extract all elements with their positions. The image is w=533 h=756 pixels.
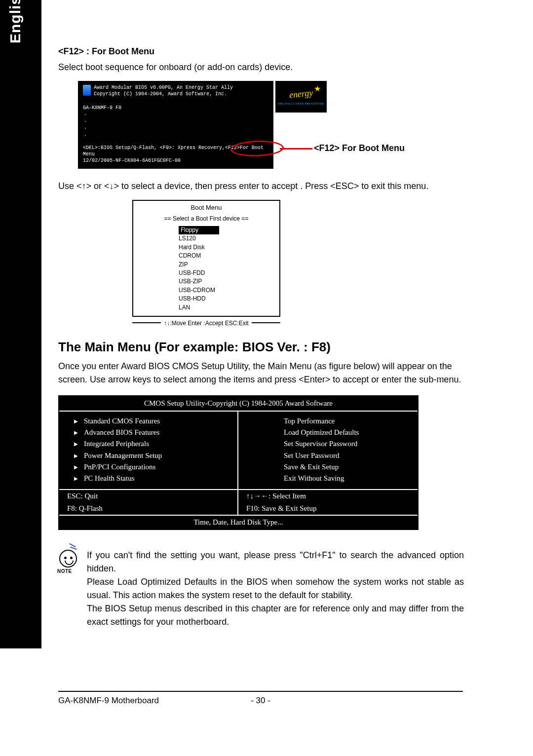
triangle-icon: ▶ (74, 417, 78, 425)
cmos-main-menu: CMOS Setup Utility-Copyright (C) 1984-20… (58, 395, 419, 530)
cmos-left-column: ▶Standard CMOS Features ▶Advanced BIOS F… (59, 412, 238, 490)
boot-item[interactable]: CDROM (179, 252, 201, 259)
cmos-nav-row1: ESC: Quit ↑↓→←: Select Item (59, 489, 418, 502)
cmos-help-line: Time, Date, Hard Disk Type... (59, 515, 418, 529)
cmos-title: CMOS Setup Utility-Copyright (C) 1984-20… (59, 396, 418, 412)
cmos-item[interactable]: Set User Password (253, 450, 410, 461)
page-content: <F12> : For Boot Menu Select boot sequen… (58, 46, 463, 629)
boot-instruction: Use <↑> or <↓> to select a device, then … (58, 180, 463, 193)
cmos-item-label: Integrated Peripherals (84, 438, 149, 450)
bios-line1: Award Modular BIOS v6.00PG, An Energy St… (94, 84, 233, 91)
cmos-item[interactable]: Exit Without Saving (253, 473, 410, 484)
callout-line (280, 148, 312, 150)
energy-script: energy (289, 87, 313, 100)
award-logo-icon (83, 85, 91, 96)
cmos-item-label: Power Management Setup (84, 450, 162, 461)
main-menu-heading: The Main Menu (For example: BIOS Ver. : … (58, 340, 463, 355)
boot-menu-title: Boot Menu (133, 201, 279, 214)
bios-post-figure: Award Modular BIOS v6.00PG, An Energy St… (78, 81, 453, 175)
language-label: English (7, 0, 24, 43)
cmos-nav-esc: ESC: Quit (59, 490, 238, 502)
cmos-item[interactable]: ▶Integrated Peripherals (74, 438, 229, 450)
cmos-item-label: Advanced BIOS Features (84, 427, 159, 438)
footer-right (290, 696, 463, 706)
boot-item[interactable]: LAN (179, 304, 190, 311)
note-label: NOTE (57, 568, 72, 574)
cmos-item[interactable]: Top Performance (253, 416, 410, 427)
boot-item[interactable]: LS120 (179, 235, 196, 242)
boot-item-selected[interactable]: Floppy (179, 226, 219, 234)
smiley-icon (59, 550, 77, 567)
cmos-item[interactable]: ▶PC Health Status (74, 473, 229, 484)
triangle-icon: ▶ (74, 452, 78, 460)
cmos-item[interactable]: ▶Standard CMOS Features (74, 416, 229, 427)
cmos-nav-f8: F8: Q-Flash (59, 502, 238, 515)
cmos-nav-f10: F10: Save & Exit Setup (238, 502, 418, 515)
cmos-nav-row2: F8: Q-Flash F10: Save & Exit Setup (59, 502, 418, 515)
boot-item[interactable]: USB-HDD (179, 295, 206, 302)
footer-left: GA-K8NMF-9 Motherboard (58, 696, 231, 706)
cmos-item-label: Set Supervisor Password (284, 438, 357, 450)
triangle-icon: ▶ (74, 475, 78, 483)
cmos-item-label: PC Health Status (84, 473, 135, 484)
boot-item[interactable]: Hard Disk (179, 244, 205, 251)
note-block: NOTE If you can't find the setting you w… (58, 549, 464, 629)
bios-header-text: Award Modular BIOS v6.00PG, An Energy St… (94, 84, 233, 97)
bios-foot2: 12/02/2005-NF-CK804-6A61FGC0FC-00 (83, 158, 181, 163)
cmos-item-label: Standard CMOS Features (84, 416, 160, 427)
note-p2: Please Load Optimized Defaults in the BI… (87, 577, 464, 600)
page-footer: GA-K8NMF-9 Motherboard - 30 - (58, 691, 463, 706)
callout-text: <F12> For Boot Menu (314, 143, 405, 153)
cmos-item-label: Exit Without Saving (284, 473, 344, 484)
boot-item[interactable]: ZIP (179, 261, 188, 268)
note-text: If you can't find the setting you want, … (87, 549, 464, 629)
note-p1: If you can't find the setting you want, … (87, 550, 464, 573)
cmos-item-label: Load Optimized Defaults (284, 427, 359, 438)
bios-foot1a: <DEL>:BIOS Setup/Q-Flash, <F9>: Xpress R… (83, 145, 225, 151)
bios-dots: .... (84, 111, 87, 138)
cmos-item[interactable]: Save & Exit Setup (253, 461, 410, 473)
note-p3: The BIOS Setup menus described in this c… (87, 604, 464, 627)
cmos-item-label: Top Performance (284, 416, 335, 427)
side-language-bar: English (0, 0, 41, 648)
f12-heading: <F12> : For Boot Menu (58, 46, 463, 57)
cmos-item-label: Save & Exit Setup (284, 461, 339, 473)
triangle-icon: ▶ (74, 429, 78, 437)
boot-item[interactable]: USB-ZIP (179, 278, 202, 285)
boot-menu-subtitle: == Select a Boot First device == (133, 214, 279, 226)
boot-menu-list: Floppy LS120 Hard Disk CDROM ZIP USB-FDD… (133, 226, 279, 316)
triangle-icon: ▶ (74, 463, 78, 471)
cmos-item[interactable]: ▶PnP/PCI Configurations (74, 461, 229, 473)
cmos-item[interactable]: ▶Power Management Setup (74, 450, 229, 461)
energy-sub: EPA POLLUTION PREVENTER (278, 102, 324, 105)
cmos-nav-arrows: ↑↓→←: Select Item (238, 490, 418, 502)
energy-star-logo: ★ energy EPA POLLUTION PREVENTER (275, 81, 327, 113)
cmos-item[interactable]: Set Supervisor Password (253, 438, 410, 450)
boot-menu-figure: Boot Menu == Select a Boot First device … (132, 200, 280, 328)
boot-item[interactable]: USB-FDD (179, 269, 205, 276)
f12-desc: Select boot sequence for onboard (or add… (58, 61, 463, 74)
cmos-right-column: Top Performance Load Optimized Defaults … (238, 412, 418, 490)
bios-line2: Copyright (C) 1984-2004, Award Software,… (94, 91, 233, 97)
note-icon: NOTE (58, 549, 87, 629)
boot-item[interactable]: USB-CDROM (179, 287, 215, 294)
cmos-item[interactable]: Load Optimized Defaults (253, 427, 410, 438)
star-icon: ★ (314, 84, 321, 93)
boot-menu-footer: ↑↓:Move Enter :Accept ESC:Exit (132, 317, 280, 328)
footer-page-number: - 30 - (231, 696, 290, 706)
main-menu-desc: Once you enter Award BIOS CMOS Setup Uti… (58, 360, 463, 386)
triangle-icon: ▶ (74, 440, 78, 448)
bios-model: GA-K8NMF-9 F8 (83, 105, 121, 111)
cmos-item[interactable]: ▶Advanced BIOS Features (74, 427, 229, 438)
cmos-item-label: PnP/PCI Configurations (84, 461, 155, 473)
cmos-item-label: Set User Password (284, 450, 340, 461)
